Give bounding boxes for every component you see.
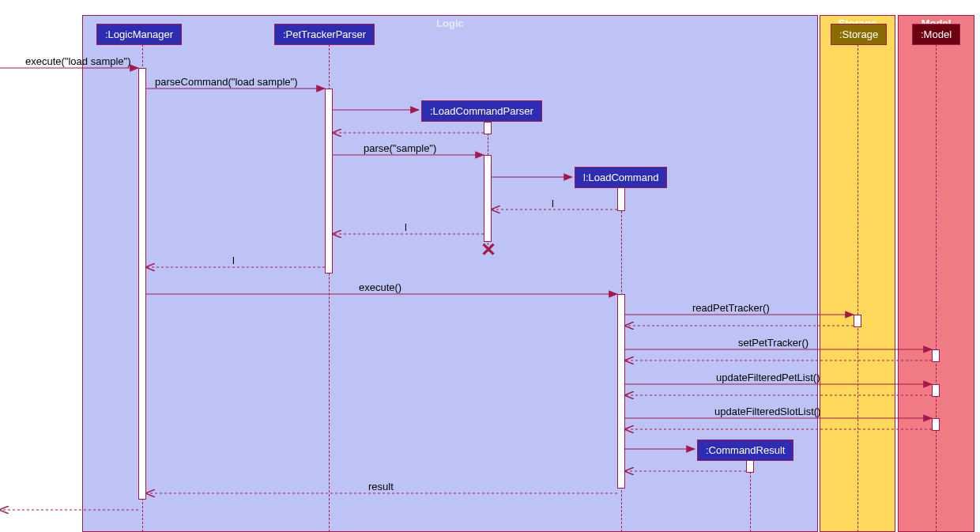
activation-storage bbox=[854, 315, 861, 327]
lifeline-storage bbox=[858, 44, 858, 532]
msg-ret-l2: l bbox=[405, 221, 407, 233]
activation-pettrackerparser bbox=[325, 89, 333, 274]
activation-model-1 bbox=[932, 349, 940, 362]
activation-lcp-create bbox=[484, 122, 492, 134]
participant-loadcommand: l:LoadCommand bbox=[575, 167, 667, 188]
msg-readpettracker: readPetTracker() bbox=[692, 302, 770, 314]
participant-model: :Model bbox=[912, 24, 960, 45]
activation-lcp-parse bbox=[484, 155, 492, 242]
msg-updateslotlist: updateFilteredSlotList() bbox=[714, 406, 820, 417]
msg-setpettracker: setPetTracker() bbox=[738, 337, 808, 349]
msg-result: result bbox=[368, 481, 394, 492]
destroy-icon: ✕ bbox=[481, 239, 496, 261]
activation-lc-create bbox=[617, 187, 625, 211]
participant-pettrackerparser: :PetTrackerParser bbox=[274, 24, 375, 45]
activation-cr bbox=[746, 460, 754, 473]
msg-execute-load: execute("load sample") bbox=[25, 55, 131, 67]
lifeline-model bbox=[936, 44, 937, 532]
participant-logicmanager: :LogicManager bbox=[96, 24, 182, 45]
msg-ret-l3: l bbox=[232, 255, 235, 266]
activation-logicmanager bbox=[138, 68, 146, 500]
msg-updatepetlist: updateFilteredPetList() bbox=[716, 372, 820, 383]
participant-commandresult: :CommandResult bbox=[697, 440, 793, 461]
msg-execute: execute() bbox=[359, 281, 401, 293]
msg-parsecommand: parseCommand("load sample") bbox=[155, 76, 297, 88]
frame-logic-header: Logic bbox=[83, 16, 817, 31]
activation-model-3 bbox=[932, 418, 940, 431]
participant-storage: :Storage bbox=[831, 24, 887, 45]
msg-ret-l1: l bbox=[552, 198, 554, 209]
activation-model-2 bbox=[932, 384, 940, 397]
participant-loadcommandparser: :LoadCommandParser bbox=[421, 100, 542, 122]
activation-lc-exec bbox=[617, 294, 625, 489]
msg-parse-sample: parse("sample") bbox=[364, 142, 436, 154]
